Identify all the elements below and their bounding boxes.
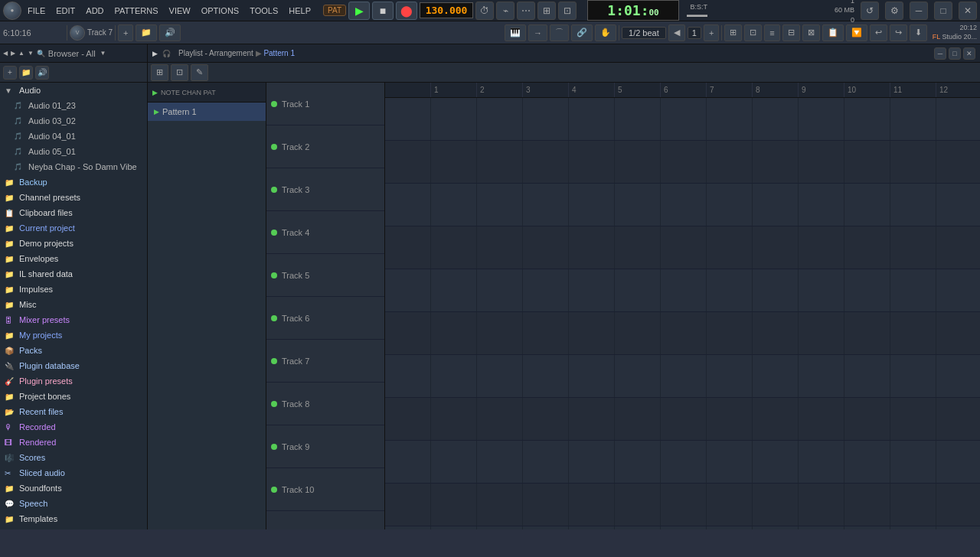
browser-item-rendered[interactable]: 🎞Rendered <box>0 435 147 450</box>
grid-cell-2-6[interactable] <box>661 184 707 226</box>
playlist-header-play[interactable]: ▶ <box>152 50 158 57</box>
tb-btn4[interactable]: ⊞ <box>537 2 556 20</box>
grid-cell-2-8[interactable] <box>753 184 799 226</box>
grid-cell-1-8[interactable] <box>753 141 799 183</box>
grid-cell-8-6[interactable] <box>661 441 707 483</box>
browser-item-current-project[interactable]: 📁Current project <box>0 220 147 236</box>
grid-cell-10-6[interactable] <box>661 526 707 529</box>
menu-tools[interactable]: TOOLS <box>245 5 283 17</box>
grid-cell-10-8[interactable] <box>753 526 799 529</box>
grid-cell-5-2[interactable] <box>477 312 523 354</box>
grid-cell-9-5[interactable] <box>615 484 661 526</box>
reset-btn[interactable]: ↺ <box>861 2 879 20</box>
browser-item-sliced-audio[interactable]: ✂Sliced audio <box>0 465 147 480</box>
playlist-btn7[interactable]: 🔽 <box>846 24 867 41</box>
grid-cell-0-2[interactable] <box>477 98 523 140</box>
grid-cell-2-3[interactable] <box>523 184 569 226</box>
grid-cell-2-1[interactable] <box>431 184 477 226</box>
grid-cell-0-4[interactable] <box>569 98 615 140</box>
link-btn[interactable]: 🔗 <box>571 24 593 41</box>
grid-cell-6-3[interactable] <box>523 355 569 397</box>
browser-item-audio-0123[interactable]: 🎵Audio 01_23 <box>0 98 147 113</box>
track-row-2[interactable]: Track 2 <box>266 125 384 168</box>
track-row-6[interactable]: Track 6 <box>266 297 384 340</box>
pt-btn1[interactable]: ⊞ <box>151 64 168 81</box>
track-row-10[interactable]: Track 10 <box>266 468 384 511</box>
menu-file[interactable]: FILE <box>23 5 50 17</box>
grid-cell-9-9[interactable] <box>799 484 844 526</box>
grid-cell-10-4[interactable] <box>569 526 615 529</box>
grid-cell-7-4[interactable] <box>569 398 615 440</box>
grid-cell-10-0[interactable] <box>385 526 431 529</box>
grid-cell-2-9[interactable] <box>799 184 844 226</box>
grid-cell-1-7[interactable] <box>707 141 753 183</box>
grid-cell-9-8[interactable] <box>753 484 799 526</box>
grid-cell-7-2[interactable] <box>477 398 523 440</box>
grid-cell-8-11[interactable] <box>890 441 936 483</box>
grid-cell-0-3[interactable] <box>523 98 569 140</box>
playlist-btn8[interactable]: ↩ <box>870 24 887 41</box>
grid-cell-6-12[interactable] <box>936 355 980 397</box>
tb-btn2[interactable]: ⌁ <box>496 2 514 20</box>
grid-cell-3-8[interactable] <box>753 226 799 269</box>
browser-item-impulses[interactable]: 📁Impulses <box>0 282 147 297</box>
grid-cell-1-5[interactable] <box>615 141 661 183</box>
browser-item-demo-projects[interactable]: 📁Demo projects <box>0 236 147 251</box>
grid-cell-5-6[interactable] <box>661 312 707 354</box>
grid-cell-0-10[interactable] <box>844 98 890 140</box>
grid-cell-1-0[interactable] <box>385 141 431 183</box>
grid-cell-1-11[interactable] <box>890 141 936 183</box>
tb-btn5[interactable]: ⊡ <box>558 2 577 20</box>
browser-item-plugin-database[interactable]: 🔌Plugin database <box>0 358 147 373</box>
browser-item-clipboard-files[interactable]: 📋Clipboard files <box>0 205 147 220</box>
grid-cell-5-9[interactable] <box>799 312 844 354</box>
grid-cell-1-4[interactable] <box>569 141 615 183</box>
close-btn[interactable]: ✕ <box>959 2 977 20</box>
grid-cell-8-4[interactable] <box>569 441 615 483</box>
browser-item-audio-0302[interactable]: 🎵Audio 03_02 <box>0 113 147 129</box>
browser-item-recorded[interactable]: 🎙Recorded <box>0 419 147 435</box>
grid-cell-4-12[interactable] <box>936 269 980 311</box>
grid-cell-2-2[interactable] <box>477 184 523 226</box>
grid-cell-1-10[interactable] <box>844 141 890 183</box>
settings-btn[interactable]: ⚙ <box>885 2 903 20</box>
grid-cell-8-1[interactable] <box>431 441 477 483</box>
grid-cell-8-0[interactable] <box>385 441 431 483</box>
track-row-11[interactable]: Track 11 <box>266 511 384 529</box>
play-button[interactable]: ▶ <box>348 2 370 20</box>
grid-cell-5-4[interactable] <box>569 312 615 354</box>
grid-cell-9-2[interactable] <box>477 484 523 526</box>
grid-cell-4-3[interactable] <box>523 269 569 311</box>
grid-cell-3-6[interactable] <box>661 226 707 269</box>
grid-cell-7-9[interactable] <box>799 398 844 440</box>
menu-options[interactable]: OPTIONS <box>197 5 244 17</box>
grid-cell-3-2[interactable] <box>477 226 523 269</box>
browser-item-scores[interactable]: 🎼Scores <box>0 450 147 465</box>
browser-item-templates[interactable]: 📁Templates <box>0 511 147 526</box>
pt-btn2[interactable]: ⊡ <box>171 64 188 81</box>
grid-cell-9-1[interactable] <box>431 484 477 526</box>
tb2-folder-btn[interactable]: 📁 <box>136 24 157 41</box>
grid-cell-1-12[interactable] <box>936 141 980 183</box>
grid-cell-9-7[interactable] <box>707 484 753 526</box>
browser-item-backup[interactable]: 📁Backup <box>0 174 147 190</box>
grid-cell-0-8[interactable] <box>753 98 799 140</box>
grid-cell-4-7[interactable] <box>707 269 753 311</box>
grid-cell-10-7[interactable] <box>707 526 753 529</box>
logo-knob[interactable]: ● <box>3 2 21 20</box>
track-row-8[interactable]: Track 8 <box>266 383 384 425</box>
browser-item-my-projects[interactable]: 📁My projects <box>0 327 147 343</box>
grid-cell-7-5[interactable] <box>615 398 661 440</box>
grid-cell-7-12[interactable] <box>936 398 980 440</box>
grid-cell-7-8[interactable] <box>753 398 799 440</box>
playlist-btn4[interactable]: ⊟ <box>782 24 800 41</box>
browser-vol-btn[interactable]: 🔊 <box>35 66 49 80</box>
grid-cell-6-7[interactable] <box>707 355 753 397</box>
grid-cell-6-4[interactable] <box>569 355 615 397</box>
grid-cell-3-11[interactable] <box>890 226 936 269</box>
browser-item-il-shared-data[interactable]: 📁IL shared data <box>0 266 147 282</box>
grid-cell-8-10[interactable] <box>844 441 890 483</box>
grid-cell-8-8[interactable] <box>753 441 799 483</box>
grid-cell-6-11[interactable] <box>890 355 936 397</box>
stop-button[interactable]: ■ <box>372 2 394 20</box>
